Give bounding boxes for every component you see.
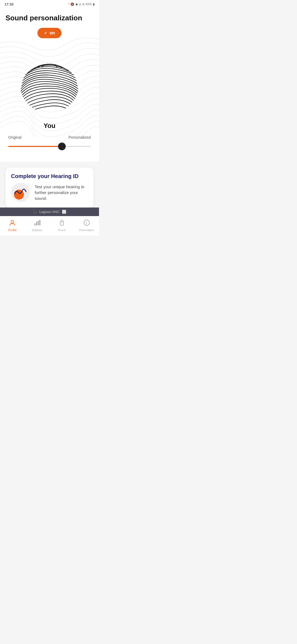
slider-right-label: Personalized bbox=[68, 135, 91, 140]
status-time: 17:30 bbox=[4, 2, 13, 6]
status-bar: 17:30 ⁶ 🔇 ◉ (( ⊘ 61% ▮ bbox=[0, 0, 99, 8]
status-icons: ⁶ 🔇 ◉ (( ⊘ 61% ▮ bbox=[68, 2, 95, 6]
hearing-id-card: Complete your Hearing ID Test your uniqu… bbox=[6, 168, 94, 208]
nav-item-touch[interactable]: Touch bbox=[50, 216, 74, 236]
hearing-icon bbox=[11, 183, 30, 202]
svg-point-8 bbox=[62, 220, 62, 220]
nav-label-statistic: Statistic bbox=[32, 228, 43, 232]
touch-icon bbox=[58, 219, 65, 227]
slider-thumb[interactable] bbox=[58, 143, 66, 150]
nav-label-touch: Touch bbox=[58, 228, 66, 232]
nav-item-profile[interactable]: Profile bbox=[0, 216, 25, 236]
location-icon: ◉ bbox=[75, 2, 78, 6]
mute-icon: 🔇 bbox=[70, 2, 74, 6]
nav-item-statistic[interactable]: Statistic bbox=[25, 216, 50, 236]
hearing-card-description: Test your unique hearing to further pers… bbox=[35, 184, 88, 201]
slider-wrapper[interactable] bbox=[8, 142, 91, 151]
hearing-card-body: Test your unique hearing to further pers… bbox=[11, 183, 88, 202]
svg-rect-6 bbox=[38, 221, 39, 225]
sound-toggle-button[interactable]: ✓ on bbox=[37, 28, 62, 38]
slider-track bbox=[8, 146, 91, 147]
nav-label-information: Information bbox=[79, 228, 94, 232]
nav-item-information[interactable]: i Information bbox=[74, 216, 99, 236]
battery-text: 61% bbox=[86, 2, 92, 6]
slider-section: Original Personalized bbox=[6, 135, 94, 151]
svg-rect-5 bbox=[36, 222, 37, 225]
main-content: Sound personalization ✓ on bbox=[0, 8, 99, 162]
svg-point-2 bbox=[14, 190, 24, 200]
device-bar: 🎧 Lagoon ANC ⬜ bbox=[0, 208, 99, 216]
fingerprint-graphic bbox=[16, 50, 82, 116]
nav-label-profile: Profile bbox=[8, 228, 16, 232]
you-label: You bbox=[6, 122, 94, 130]
toggle-label: on bbox=[50, 31, 55, 36]
svg-point-3 bbox=[11, 220, 14, 223]
page-title: Sound personalization bbox=[6, 14, 94, 22]
battery-icon: ▮ bbox=[93, 2, 95, 6]
fingerprint-container bbox=[6, 50, 94, 116]
slider-labels: Original Personalized bbox=[8, 135, 91, 140]
information-icon: i bbox=[83, 219, 90, 227]
check-icon: ✓ bbox=[44, 31, 47, 35]
device-battery-icon: ⬜ bbox=[62, 210, 66, 214]
wifi-icon: (( bbox=[79, 2, 81, 6]
profile-icon bbox=[9, 219, 16, 227]
hearing-card-title: Complete your Hearing ID bbox=[11, 173, 88, 179]
device-name: Lagoon ANC bbox=[39, 210, 60, 214]
bottom-nav: Profile Statistic Touch i bbox=[0, 216, 99, 236]
slider-fill bbox=[8, 146, 62, 147]
svg-text:i: i bbox=[86, 221, 87, 225]
headphone-icon: 🎧 bbox=[33, 210, 37, 214]
alarm-icon: ⊘ bbox=[82, 2, 85, 6]
svg-rect-7 bbox=[39, 220, 40, 225]
statistic-icon bbox=[34, 219, 41, 227]
bluetooth-icon: ⁶ bbox=[68, 2, 69, 6]
slider-left-label: Original bbox=[8, 135, 21, 140]
svg-rect-4 bbox=[34, 223, 35, 225]
